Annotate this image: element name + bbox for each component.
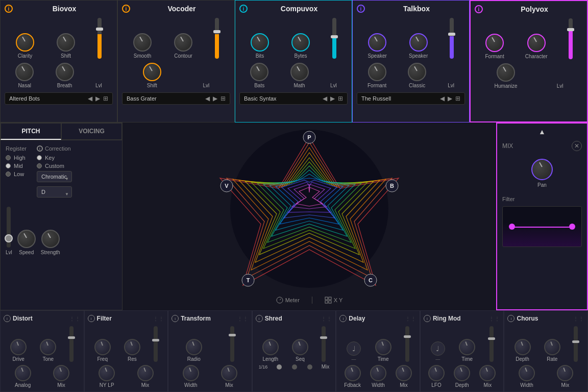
- talkbox-level-slider[interactable]: [450, 18, 454, 59]
- key-dropdown[interactable]: D C C# E: [37, 186, 72, 198]
- biovox-prev-arrow[interactable]: ◀: [88, 95, 92, 102]
- clarity-knob[interactable]: [16, 33, 34, 52]
- vocoder-info-icon[interactable]: i: [122, 5, 130, 13]
- filter-info-icon[interactable]: i: [88, 315, 95, 322]
- vocoder-prev-arrow[interactable]: ◀: [205, 95, 210, 102]
- vocoder-level-slider[interactable]: [215, 18, 219, 59]
- shred-info-icon[interactable]: i: [256, 315, 263, 322]
- vocoder-preset-icon[interactable]: ⊞: [220, 95, 226, 102]
- fdback-knob[interactable]: [345, 365, 361, 381]
- analog-knob[interactable]: [15, 365, 31, 381]
- talkbox-next-arrow[interactable]: ▶: [448, 95, 452, 102]
- depth-knob[interactable]: [454, 365, 470, 381]
- compuvox-preset-icon[interactable]: ⊞: [338, 95, 343, 102]
- shred-slider[interactable]: [322, 326, 326, 362]
- talkbox-info-icon[interactable]: i: [357, 5, 365, 13]
- filter-dot-right[interactable]: [569, 224, 575, 230]
- smooth-knob[interactable]: [133, 33, 152, 52]
- radio-knob[interactable]: [186, 339, 202, 355]
- filter-display[interactable]: [502, 206, 582, 247]
- biovox-info-icon[interactable]: i: [5, 5, 13, 13]
- delay-info-icon[interactable]: i: [339, 315, 347, 322]
- math-knob[interactable]: [290, 63, 309, 81]
- ringmod-mix-knob[interactable]: [479, 365, 496, 381]
- contour-knob[interactable]: [174, 33, 192, 52]
- freq-knob[interactable]: [94, 339, 111, 355]
- chorus-width-knob[interactable]: [519, 365, 535, 381]
- distort-mix-knob[interactable]: [53, 365, 69, 381]
- speaker2-knob[interactable]: [409, 33, 428, 52]
- compuvox-prev-arrow[interactable]: ◀: [323, 95, 327, 102]
- character-knob[interactable]: [527, 34, 546, 52]
- formant2-knob[interactable]: [485, 34, 504, 52]
- speaker1-knob[interactable]: [368, 33, 386, 52]
- lfo-knob[interactable]: [428, 365, 445, 381]
- strength-knob[interactable]: [41, 230, 60, 248]
- length-knob[interactable]: [262, 339, 279, 355]
- polyvox-level-slider[interactable]: [569, 18, 573, 59]
- pitch-lvl-slider[interactable]: [7, 207, 11, 248]
- close-button[interactable]: ✕: [572, 141, 582, 151]
- filter-mix-knob[interactable]: [137, 365, 154, 381]
- chorus-mix-knob[interactable]: [557, 365, 573, 381]
- shred-b-btn[interactable]: [292, 364, 297, 370]
- delay-width-knob[interactable]: [370, 365, 386, 381]
- ringmod-info-icon[interactable]: i: [424, 315, 431, 322]
- nasal-knob[interactable]: [15, 63, 34, 81]
- delay-slider[interactable]: [405, 326, 409, 362]
- pan-knob[interactable]: [531, 159, 553, 180]
- humanize-knob[interactable]: [497, 63, 515, 82]
- breath-knob[interactable]: [56, 63, 74, 81]
- filter-fx-slider[interactable]: [154, 326, 158, 362]
- shift-knob[interactable]: [57, 33, 75, 52]
- distort-info-icon[interactable]: i: [4, 315, 11, 322]
- chorus-slider[interactable]: [574, 326, 578, 362]
- biovox-level-slider[interactable]: [97, 18, 102, 59]
- nylp-knob[interactable]: [99, 365, 115, 381]
- ringmod-slider[interactable]: [489, 326, 494, 362]
- triangle-btn[interactable]: ▲: [538, 128, 546, 136]
- xy-btn[interactable]: X Y: [321, 295, 347, 306]
- custom-radio[interactable]: Custom: [37, 163, 72, 169]
- compuvox-level-slider[interactable]: [332, 18, 336, 59]
- compuvox-info-icon[interactable]: i: [239, 5, 248, 13]
- seq-knob[interactable]: [292, 339, 308, 355]
- transform-mix-knob[interactable]: [221, 365, 237, 381]
- biovox-preset-icon[interactable]: ⊞: [103, 95, 108, 102]
- scale-dropdown[interactable]: Chromatic Major Minor: [37, 171, 72, 182]
- shred-c-btn[interactable]: [307, 364, 312, 370]
- tab-voicing[interactable]: VOICING: [61, 123, 122, 140]
- tone-knob[interactable]: [40, 339, 56, 355]
- compuvox-next-arrow[interactable]: ▶: [330, 95, 335, 102]
- polyvox-info-icon[interactable]: i: [475, 5, 483, 13]
- time-knob[interactable]: [375, 339, 391, 355]
- register-mid[interactable]: Mid: [6, 163, 27, 169]
- bytes-knob[interactable]: [291, 33, 310, 52]
- filter-dot-left[interactable]: [509, 224, 515, 230]
- distort-slider[interactable]: [69, 326, 74, 362]
- talkbox-preset-icon[interactable]: ⊞: [455, 95, 460, 102]
- meter-btn[interactable]: Meter: [272, 295, 304, 306]
- drive-knob[interactable]: [10, 339, 27, 355]
- delay-mix-knob[interactable]: [396, 365, 412, 381]
- bats-knob[interactable]: [250, 63, 268, 81]
- biovox-next-arrow[interactable]: ▶: [95, 95, 100, 102]
- bits-knob[interactable]: [251, 33, 269, 52]
- width-knob[interactable]: [183, 365, 199, 381]
- formant-knob[interactable]: [368, 63, 386, 81]
- voc-shift-knob[interactable]: [143, 63, 161, 81]
- register-high[interactable]: High: [6, 155, 27, 161]
- transform-slider[interactable]: [230, 326, 234, 362]
- classic-knob[interactable]: [408, 63, 426, 81]
- chorus-info-icon[interactable]: i: [507, 315, 514, 322]
- key-radio[interactable]: Key: [37, 155, 72, 161]
- ringmod-time-knob[interactable]: [459, 339, 475, 355]
- rate-knob[interactable]: [544, 339, 560, 355]
- speed-knob[interactable]: [17, 230, 36, 248]
- talkbox-prev-arrow[interactable]: ◀: [440, 95, 445, 102]
- register-low[interactable]: Low: [6, 171, 27, 177]
- chorus-depth-knob[interactable]: [514, 339, 531, 355]
- shred-a-btn[interactable]: [277, 364, 282, 370]
- tab-pitch[interactable]: PITCH: [1, 123, 61, 140]
- res-knob[interactable]: [124, 339, 140, 355]
